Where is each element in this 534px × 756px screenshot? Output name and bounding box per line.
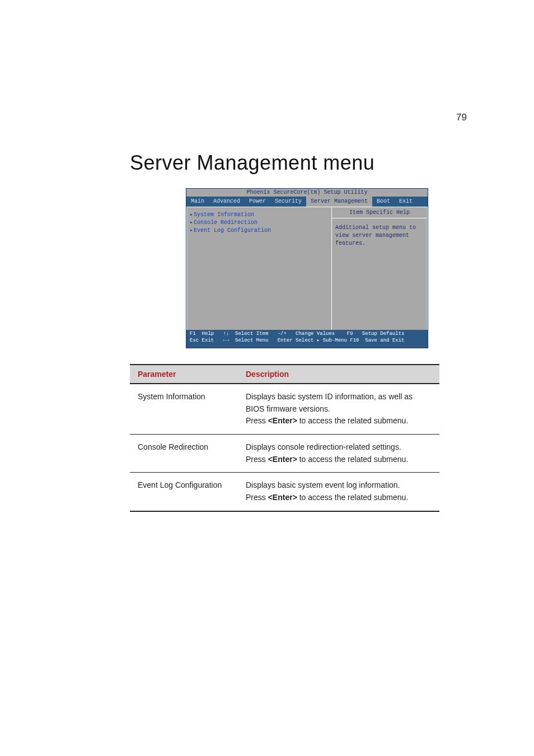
desc-after: to access the related submenu. [297,416,408,425]
desc-press: Press [246,455,268,464]
table-row: Event Log Configuration Displays basic s… [130,473,439,511]
table-row: Console Redirection Displays console red… [130,435,439,473]
desc-text: Displays console redirection-related set… [246,442,401,451]
bios-footer-line: Esc Exit ←→ Select Menu Enter Select ▸ S… [190,338,404,344]
bios-tab-server-management: Server Management [306,197,372,207]
table-header-description: Description [238,365,439,384]
bios-footer-line: F1 Help ↑↓ Select Item -/+ Change Values… [190,331,404,338]
enter-key: <Enter> [268,455,297,464]
bios-tab-advanced: Advanced [209,197,245,207]
desc-after: to access the related submenu. [297,455,408,464]
bios-menu-label: Console Redirection [194,220,257,226]
bios-help-title: Item Specific Help [332,207,427,218]
desc-cell: Displays console redirection-related set… [238,435,439,473]
bios-screenshot: Phoenix SecureCore(tm) Setup Utility Mai… [186,188,428,348]
desc-text: Displays basic system ID information, as… [246,392,413,413]
bios-title: Phoenix SecureCore(tm) Setup Utility [186,189,428,197]
desc-after: to access the related submenu. [297,493,408,502]
param-cell: Console Redirection [130,435,238,473]
triangle-icon: ▸ [189,211,194,218]
bios-tab-security: Security [270,197,306,207]
bios-help-pane: Item Specific Help Additional setup menu… [332,207,428,332]
bios-menu-list: ▸System Information ▸Console Redirection… [186,207,332,332]
desc-cell: Displays basic system ID information, as… [238,384,439,435]
table-header-parameter: Parameter [130,365,238,384]
bios-tabs: Main Advanced Power Security Server Mana… [186,197,428,207]
desc-press: Press [246,493,268,502]
enter-key: <Enter> [268,493,297,502]
bios-footer: F1 Help ↑↓ Select Item -/+ Change Values… [186,330,428,348]
desc-cell: Displays basic system event log informat… [238,473,439,511]
bios-tab-exit: Exit [395,197,417,207]
param-cell: System Information [130,384,238,435]
bios-menu-item: ▸Console Redirection [189,218,329,226]
triangle-icon: ▸ [189,219,194,226]
bios-menu-label: System Information [194,212,254,218]
desc-text: Displays basic system event log informat… [246,480,400,489]
bios-tab-power: Power [245,197,270,207]
page-title: Server Management menu [130,151,534,175]
desc-press: Press [246,416,268,425]
parameter-table: Parameter Description System Information… [130,364,439,512]
table-row: System Information Displays basic system… [130,384,439,435]
bios-menu-item: ▸System Information [189,211,329,218]
page-number: 79 [456,112,467,123]
enter-key: <Enter> [268,416,297,425]
bios-tab-main: Main [186,197,209,207]
bios-menu-label: Event Log Configuration [194,227,271,234]
bios-body: ▸System Information ▸Console Redirection… [186,207,428,332]
param-cell: Event Log Configuration [130,473,238,511]
triangle-icon: ▸ [189,227,194,234]
bios-tab-boot: Boot [372,197,395,207]
bios-help-text: Additional setup menu to view server man… [332,218,427,253]
bios-menu-item: ▸Event Log Configuration [189,226,329,234]
